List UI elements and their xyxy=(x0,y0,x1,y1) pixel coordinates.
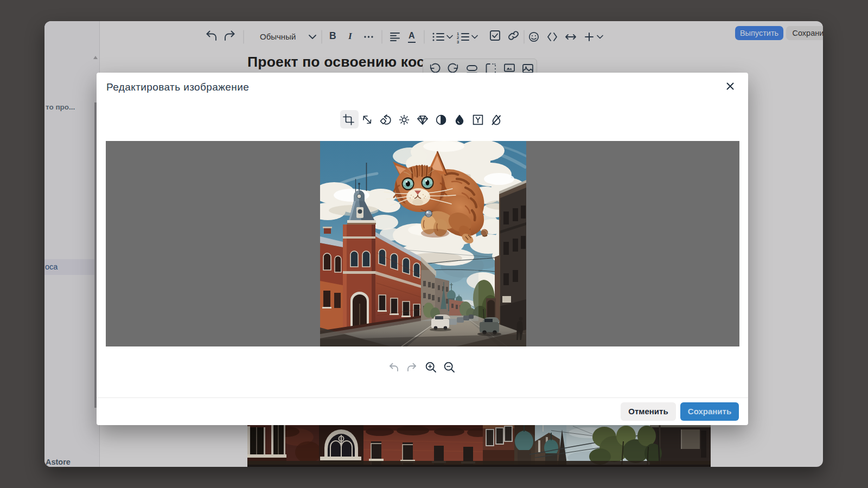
svg-text:3: 3 xyxy=(457,40,459,44)
